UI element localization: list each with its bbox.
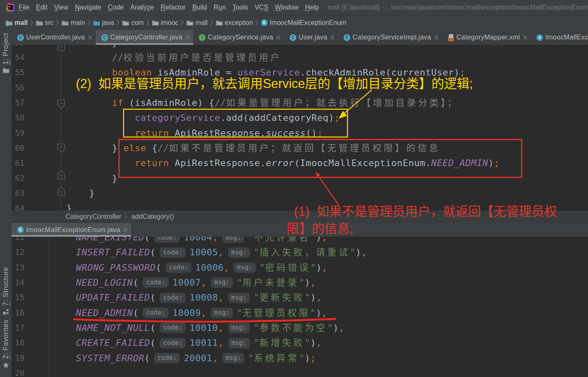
breadcrumb-exception[interactable]: exception: [216, 19, 253, 27]
menu-file[interactable]: File: [15, 0, 33, 15]
breadcrumb-chevron-icon: [146, 19, 150, 26]
breadcrumb-chevron-icon: [87, 19, 91, 26]
menu-help[interactable]: Help: [302, 0, 322, 15]
close-icon: [330, 35, 335, 40]
tab-close-icon[interactable]: [276, 35, 281, 40]
line-number: 18: [12, 335, 24, 350]
tab-CategoryMapper.xml[interactable]: <>CategoryMapper.xml: [442, 30, 531, 45]
breadcrumb-label: imooc: [161, 19, 179, 27]
svg-text:I: I: [202, 35, 203, 40]
tab-label: CategoryServiceImpl.java: [352, 34, 431, 41]
line-number: 11: [12, 237, 24, 245]
menu-build[interactable]: Build: [189, 0, 211, 15]
menu-bar: IJ FileEditViewNavigateCodeAnalyzeRefact…: [0, 0, 588, 15]
line-number: 19: [12, 350, 24, 366]
tab-close-icon[interactable]: [330, 35, 335, 40]
breadcrumb-label: main: [70, 19, 85, 27]
editor-tab-bar: CUserController.javaCCategoryController.…: [12, 30, 588, 45]
code-line-17: 17 NAME_NOT_NULL(code:10010,msg:"参数不能为空"…: [12, 320, 588, 335]
breadcrumb-src[interactable]: src: [36, 19, 53, 27]
tab-ImoocMallExce[interactable]: ImoocMallExce: [531, 30, 588, 45]
tab-label: CategoryMapper.xml: [457, 34, 520, 41]
enum-icon: E: [261, 19, 268, 26]
menu-view[interactable]: View: [51, 0, 71, 15]
breadcrumb-mall[interactable]: mall: [5, 19, 28, 27]
tab-close-icon[interactable]: [523, 35, 527, 40]
code-line-11: 11 NAME_EXISTED(code:10004,msg:"不允许重名"),: [12, 237, 588, 245]
tool-button----project[interactable]: 1: Project: [0, 33, 12, 73]
package-icon: [152, 20, 159, 26]
breadcrumb-chevron-icon: [116, 19, 120, 26]
menu-code[interactable]: Code: [104, 0, 127, 15]
exception-icon: [536, 34, 543, 41]
breadcrumb-imooc[interactable]: imooc: [152, 19, 179, 27]
menu-refactor[interactable]: Refactor: [157, 0, 189, 15]
project-folder-tool-icon: [2, 67, 10, 73]
tab-User.java[interactable]: CUser.java: [284, 30, 338, 45]
svg-text:IJ: IJ: [8, 5, 10, 8]
tab-UserController.java[interactable]: CUserController.java: [12, 30, 96, 45]
menu-window[interactable]: Window: [272, 0, 302, 15]
close-icon: [276, 35, 281, 40]
tab-close-icon[interactable]: [88, 35, 92, 40]
line-number: 20: [12, 365, 24, 377]
tab-label: User.java: [299, 34, 327, 41]
breadcrumb-label: mall: [15, 19, 28, 27]
tool-button----favorites[interactable]: 2: Favorites: [0, 320, 12, 369]
tool-window-stripe: 1: Project7: Structure2: Favorites: [0, 30, 12, 377]
breadcrumb-label: java: [102, 19, 114, 27]
tab-label: ImoocMallExce: [545, 34, 588, 41]
svg-text:C: C: [19, 35, 22, 40]
line-number: 15: [12, 290, 24, 305]
chevron-icon: [180, 19, 184, 26]
breadcrumb-main[interactable]: main: [61, 19, 85, 27]
line-number: 16: [12, 305, 24, 321]
code-editor-top[interactable]: 53 }54 //校验当前用户是否是管理员用户55 boolean isAdmi…: [12, 45, 588, 211]
menu-run[interactable]: Run: [210, 0, 229, 15]
menu-vcs[interactable]: VCS: [251, 0, 272, 15]
menu-edit[interactable]: Edit: [33, 0, 51, 15]
editor-breadcrumb-CategoryController[interactable]: CategoryController: [66, 213, 121, 220]
tool-button----structure[interactable]: 7: Structure: [0, 267, 12, 315]
tab-close-icon[interactable]: [434, 35, 439, 40]
tab-CategoryServiceImpl.java[interactable]: CCategoryServiceImpl.java: [338, 30, 442, 45]
package-icon: [186, 20, 194, 26]
line-number: 14: [12, 275, 24, 290]
close-icon: [123, 228, 128, 232]
svg-text:E: E: [19, 227, 22, 232]
package-icon: [216, 20, 223, 26]
code-editor-bottom[interactable]: 11 NAME_EXISTED(code:10004,msg:"不允许重名"),…: [12, 237, 588, 377]
svg-text:C: C: [291, 35, 294, 40]
breadcrumb-java[interactable]: java: [93, 19, 114, 27]
tab-close-icon[interactable]: [185, 35, 190, 40]
breadcrumb-chevron-icon: [180, 19, 184, 26]
class-icon: C: [343, 34, 350, 41]
menu-tools[interactable]: Tools: [229, 0, 251, 15]
code-text: NEED_ADMIN(code:10009,msg:"无管理员权限"),: [53, 305, 327, 321]
xml-icon: <>: [447, 34, 454, 42]
tab-CategoryController.java[interactable]: CCategoryController.java: [96, 30, 193, 45]
breadcrumb-ImoocMallExceptionEnum[interactable]: EImoocMallExceptionEnum: [261, 19, 346, 27]
tab-ImoocMallExceptionEnum.java[interactable]: EImoocMallExceptionEnum.java: [12, 223, 131, 237]
code-text: SYSTEM_ERROR(code:20001,msg:"系统异常");: [53, 350, 316, 366]
source-folder-icon: [93, 20, 100, 26]
folder-icon: [36, 20, 43, 26]
chevron-icon: [210, 19, 214, 26]
code-line-15: 15 UPDATE_FAILED(code:10008,msg:"更新失败"),: [12, 290, 588, 305]
navigation-breadcrumb-bar: mallsrcmainjavacomimoocmallexceptionEImo…: [0, 15, 588, 30]
tab-CategoryService.java[interactable]: ICategoryService.java: [193, 30, 284, 45]
interface-icon: I: [199, 34, 206, 41]
fold-markers[interactable]: [12, 45, 588, 211]
breadcrumb-mall[interactable]: mall: [186, 19, 207, 27]
menu-navigate[interactable]: Navigate: [72, 0, 104, 15]
breadcrumb-label: mall: [195, 19, 207, 27]
tab-close-icon[interactable]: [123, 228, 128, 232]
editor-breadcrumb-addCategory()[interactable]: addCategory(): [131, 213, 174, 220]
window-title: mall [E:\java\mall] - ...\src\main\java\…: [328, 0, 588, 15]
svg-text:<>: <>: [449, 37, 453, 41]
chevron-icon: [30, 19, 34, 26]
intellij-idea-logo-icon: IJ: [5, 2, 15, 12]
code-text: INSERT_FAILED(code:10005,msg:"插入失败，请重试")…: [53, 245, 367, 260]
breadcrumb-com[interactable]: com: [122, 19, 143, 27]
menu-analyze[interactable]: Analyze: [127, 0, 157, 15]
